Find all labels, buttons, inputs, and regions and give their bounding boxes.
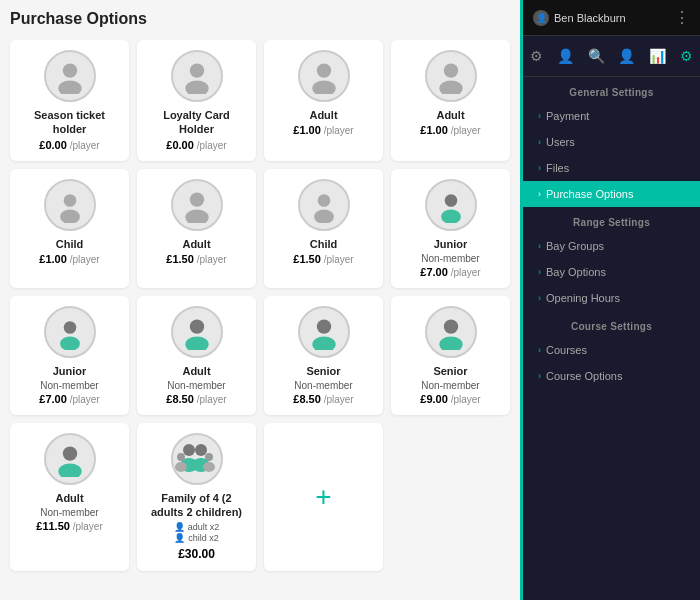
sidebar-item-purchase-options[interactable]: › Purchase Options	[523, 181, 700, 207]
card-name: Adult	[182, 364, 210, 378]
page-title: Purchase Options	[10, 10, 510, 28]
sidebar-item-label: Bay Options	[546, 266, 606, 278]
person-icon-small: 👤	[174, 522, 185, 532]
avatar	[44, 433, 96, 485]
svg-point-32	[205, 453, 213, 461]
svg-point-6	[443, 63, 457, 77]
card-price: £9.00 /player	[420, 393, 480, 405]
card-junior-1[interactable]: Junior Non-member £7.00 /player	[391, 169, 510, 288]
sidebar-item-label: Courses	[546, 344, 587, 356]
card-sub: Non-member	[294, 380, 352, 391]
sidebar-item-courses[interactable]: › Courses	[523, 337, 700, 363]
card-adult-nonmember[interactable]: Adult Non-member £8.50 /player	[137, 296, 256, 415]
card-sub: Non-member	[421, 380, 479, 391]
avatar	[298, 50, 350, 102]
sidebar-item-label: Files	[546, 162, 569, 174]
svg-point-23	[439, 336, 462, 350]
card-price: £1.00 /player	[39, 253, 99, 265]
card-sub: Non-member	[40, 507, 98, 518]
cards-grid: Season ticket holder £0.00 /player Loyal…	[10, 40, 510, 571]
family-detail-child: 👤 child x2	[174, 533, 219, 543]
sidebar-icon-bar: ⚙ 👤 🔍 👤 📊 ⚙	[523, 36, 700, 77]
card-family[interactable]: Family of 4 (2 adults 2 children) 👤 adul…	[137, 423, 256, 571]
toolbar-profile-icon[interactable]: 👤	[614, 44, 639, 68]
card-adult-3[interactable]: Adult £1.50 /player	[137, 169, 256, 288]
card-child-1[interactable]: Child £1.00 /player	[10, 169, 129, 288]
toolbar-gear-icon[interactable]: ⚙	[676, 44, 697, 68]
svg-point-21	[312, 336, 335, 350]
card-name: Season ticket holder	[18, 108, 121, 137]
avatar	[44, 179, 96, 231]
sidebar-user: 👤 Ben Blackburn	[533, 10, 626, 26]
family-price: £30.00	[178, 547, 215, 561]
svg-point-0	[62, 63, 76, 77]
card-price: £0.00 /player	[39, 139, 99, 151]
sidebar-item-files[interactable]: › Files	[523, 155, 700, 181]
sidebar-item-bay-options[interactable]: › Bay Options	[523, 259, 700, 285]
svg-point-3	[185, 81, 208, 95]
card-name: Adult	[55, 491, 83, 505]
card-loyalty[interactable]: Loyalty Card Holder £0.00 /player	[137, 40, 256, 161]
card-name: Adult	[182, 237, 210, 251]
chevron-icon: ›	[538, 371, 541, 381]
svg-point-9	[60, 209, 80, 223]
svg-point-16	[63, 321, 76, 334]
add-option-button[interactable]: +	[264, 423, 383, 571]
username: Ben Blackburn	[554, 12, 626, 24]
svg-point-12	[317, 194, 330, 207]
sidebar-item-bay-groups[interactable]: › Bay Groups	[523, 233, 700, 259]
chevron-icon: ›	[538, 189, 541, 199]
sidebar-item-label: Course Options	[546, 370, 622, 382]
chevron-icon: ›	[538, 163, 541, 173]
card-price: £1.50 /player	[166, 253, 226, 265]
main-content: Purchase Options Season ticket holder £0…	[0, 0, 520, 600]
card-sub: Non-member	[40, 380, 98, 391]
card-price: £1.50 /player	[293, 253, 353, 265]
card-name: Adult	[309, 108, 337, 122]
toolbar-user-icon[interactable]: 👤	[553, 44, 578, 68]
card-junior-2[interactable]: Junior Non-member £7.00 /player	[10, 296, 129, 415]
svg-point-13	[314, 209, 334, 223]
svg-point-24	[62, 447, 76, 461]
toolbar-chart-icon[interactable]: 📊	[645, 44, 670, 68]
sidebar-item-users[interactable]: › Users	[523, 129, 700, 155]
card-adult-1[interactable]: Adult £1.00 /player	[264, 40, 383, 161]
sidebar-item-opening-hours[interactable]: › Opening Hours	[523, 285, 700, 311]
card-name: Family of 4 (2 adults 2 children)	[145, 491, 248, 520]
svg-point-15	[441, 209, 461, 223]
avatar	[171, 179, 223, 231]
toolbar-search-icon[interactable]: 🔍	[584, 44, 609, 68]
svg-point-18	[189, 319, 203, 333]
svg-point-11	[185, 209, 208, 223]
avatar	[171, 50, 223, 102]
svg-point-31	[175, 462, 187, 472]
card-senior-2[interactable]: Senior Non-member £9.00 /player	[391, 296, 510, 415]
card-season-ticket[interactable]: Season ticket holder £0.00 /player	[10, 40, 129, 161]
sidebar-item-course-options[interactable]: › Course Options	[523, 363, 700, 389]
card-price: £11.50 /player	[36, 520, 102, 532]
chevron-icon: ›	[538, 267, 541, 277]
svg-point-19	[185, 336, 208, 350]
card-adult-nonmember-2[interactable]: Adult Non-member £11.50 /player	[10, 423, 129, 571]
options-dots[interactable]: ⋮	[674, 8, 690, 27]
avatar	[298, 306, 350, 358]
card-child-2[interactable]: Child £1.50 /player	[264, 169, 383, 288]
child-icon-small: 👤	[174, 533, 185, 543]
avatar	[44, 306, 96, 358]
card-senior-1[interactable]: Senior Non-member £8.50 /player	[264, 296, 383, 415]
card-price: £7.00 /player	[39, 393, 99, 405]
card-price: £0.00 /player	[166, 139, 226, 151]
family-avatar	[171, 433, 223, 485]
toolbar-settings-icon[interactable]: ⚙	[526, 44, 547, 68]
card-name: Child	[56, 237, 84, 251]
family-detail-adult: 👤 adult x2	[174, 522, 220, 532]
sidebar-item-payment[interactable]: › Payment	[523, 103, 700, 129]
card-name: Adult	[436, 108, 464, 122]
chevron-icon: ›	[538, 293, 541, 303]
avatar	[298, 179, 350, 231]
card-sub: Non-member	[421, 253, 479, 264]
section-title-range: Range Settings	[523, 207, 700, 233]
chevron-icon: ›	[538, 137, 541, 147]
sidebar-item-label: Opening Hours	[546, 292, 620, 304]
card-adult-2[interactable]: Adult £1.00 /player	[391, 40, 510, 161]
